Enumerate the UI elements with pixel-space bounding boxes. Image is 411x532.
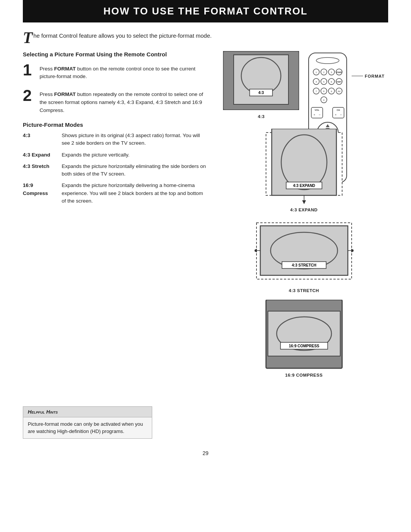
hints-title-text: Helpful Hints: [28, 409, 58, 415]
hints-title: Helpful Hints: [23, 407, 152, 417]
svg-text:4:3: 4:3: [258, 91, 264, 95]
format-line: [352, 76, 363, 77]
modes-heading: Picture-Format Modes: [23, 121, 208, 128]
svg-text:4: 4: [316, 81, 317, 83]
svg-text:FMT: FMT: [337, 81, 342, 83]
intro-text: he format Control feature allows you to …: [33, 32, 212, 39]
caption-43: 4:3: [258, 114, 264, 119]
modes-section: Picture-Format Modes 4:3 Shows picture i…: [23, 121, 208, 205]
format-label: FORMAT: [365, 74, 384, 78]
hints-body: Picture-format mode can only be activate…: [23, 417, 152, 438]
step-2-text: Press FORMAT button repeatedly on the re…: [40, 88, 208, 115]
svg-text:9: 9: [331, 90, 333, 93]
svg-marker-80: [351, 249, 354, 252]
mode-label-43: 4:3: [23, 132, 57, 139]
svg-text:6: 6: [331, 81, 333, 83]
page-title-bar: HOW TO USE THE FORMAT CONTROL: [23, 0, 388, 22]
svg-text:3: 3: [331, 71, 333, 73]
mode-desc-compress: Expands the picture horizontally deliver…: [62, 182, 208, 205]
tv-stretch-container: 4:3 STRETCH: [255, 219, 354, 287]
intro-paragraph: T he format Control feature allows you t…: [23, 32, 388, 40]
svg-text:VOL: VOL: [315, 109, 320, 111]
format-label-wrap: FORMAT: [352, 74, 384, 78]
svg-text:1: 1: [316, 71, 317, 73]
mode-desc-43: Shows picture in its original (4:3 aspec…: [62, 132, 208, 147]
svg-text:7: 7: [316, 90, 317, 93]
svg-text:PWR: PWR: [336, 71, 342, 73]
left-column: Selecting a Picture Format Using the Rem…: [23, 51, 208, 383]
svg-text:16:9 COMPRESS: 16:9 COMPRESS: [289, 344, 319, 348]
svg-marker-69: [302, 200, 306, 204]
diagram-43stretch: 4:3 STRETCH 4:3 STRETCH: [255, 219, 354, 297]
svg-text:5: 5: [323, 81, 325, 83]
step-2-number: 2: [23, 88, 35, 104]
mode-label-stretch: 4:3 Stretch: [23, 163, 57, 170]
page-number: 29: [23, 450, 388, 456]
drop-cap: T: [23, 32, 33, 45]
svg-text:8: 8: [323, 90, 325, 93]
mode-row-expand: 4:3 Expand Expands the picture verticall…: [23, 151, 208, 159]
mode-desc-stretch: Expands the picture horizontally elimina…: [62, 163, 208, 178]
tv-stretch-svg: 4:3 STRETCH: [255, 219, 354, 286]
remote-section: 1 2 3 PWR 4 5 6 FMT: [303, 51, 384, 78]
svg-text:CH: CH: [337, 109, 340, 111]
step-1: 1 Press FORMAT button on the remote cont…: [23, 62, 208, 81]
helpful-hints-box: Helpful Hints Picture-format mode can on…: [23, 406, 152, 439]
tv-compress-svg: 16:9 COMPRESS: [262, 300, 346, 370]
svg-text:4:3 STRETCH: 4:3 STRETCH: [292, 263, 316, 267]
mode-row-43: 4:3 Shows picture in its original (4:3 a…: [23, 132, 208, 147]
svg-marker-78: [255, 249, 257, 252]
tv-43-svg: 4:3: [223, 51, 299, 110]
mode-label-compress: 16:9 Compress: [23, 182, 57, 197]
right-column: 4:3 4:3: [220, 51, 388, 383]
svg-point-6: [316, 58, 339, 64]
mode-label-expand: 4:3 Expand: [23, 151, 57, 159]
mode-row-stretch: 4:3 Stretch Expands the picture horizont…: [23, 163, 208, 178]
page: HOW TO USE THE FORMAT CONTROL T he forma…: [0, 0, 411, 532]
mode-desc-expand: Expands the picture vertically.: [62, 151, 129, 159]
svg-text:AV: AV: [338, 90, 341, 93]
svg-text:+: +: [314, 113, 315, 117]
svg-text:4:3 EXPAND: 4:3 EXPAND: [293, 184, 315, 188]
diagram-169compress: 16:9 COMPRESS 16:9 COMPRESS: [262, 300, 346, 381]
svg-text:0: 0: [323, 99, 325, 101]
svg-text:2: 2: [323, 71, 325, 73]
main-content: Selecting a Picture Format Using the Rem…: [23, 51, 388, 383]
page-title: HOW TO USE THE FORMAT CONTROL: [30, 5, 381, 17]
svg-text:−: −: [340, 113, 342, 117]
svg-marker-44: [326, 124, 330, 127]
tv-43-container: 4:3: [223, 51, 299, 111]
diagram-43: 4:3 4:3: [223, 51, 299, 123]
caption-169compress: 16:9 COMPRESS: [285, 373, 323, 377]
caption-43expand: 4:3 EXPAND: [290, 208, 318, 212]
caption-43stretch: 4:3 STRETCH: [289, 288, 319, 293]
step-1-text: Press FORMAT button on the remote contro…: [40, 62, 208, 81]
tv-expand-svg: 4:3 EXPAND: [260, 129, 348, 205]
helpful-hints-section: Helpful Hints Picture-format mode can on…: [23, 406, 388, 439]
selecting-heading: Selecting a Picture Format Using the Rem…: [23, 51, 208, 58]
step-2: 2 Press FORMAT button repeatedly on the …: [23, 88, 208, 115]
svg-text:+: +: [335, 113, 337, 117]
diagram-43-with-remote: 4:3 4:3: [223, 51, 384, 125]
svg-text:−: −: [319, 113, 321, 117]
diagram-43expand: 4:3 EXPAND 4:3 EXPAND: [260, 129, 348, 216]
mode-row-compress: 16:9 Compress Expands the picture horizo…: [23, 182, 208, 205]
tv-compress-container: 16:9 COMPRESS: [262, 300, 346, 371]
tv-expand-container: 4:3 EXPAND: [260, 129, 348, 206]
step-1-number: 1: [23, 62, 35, 78]
